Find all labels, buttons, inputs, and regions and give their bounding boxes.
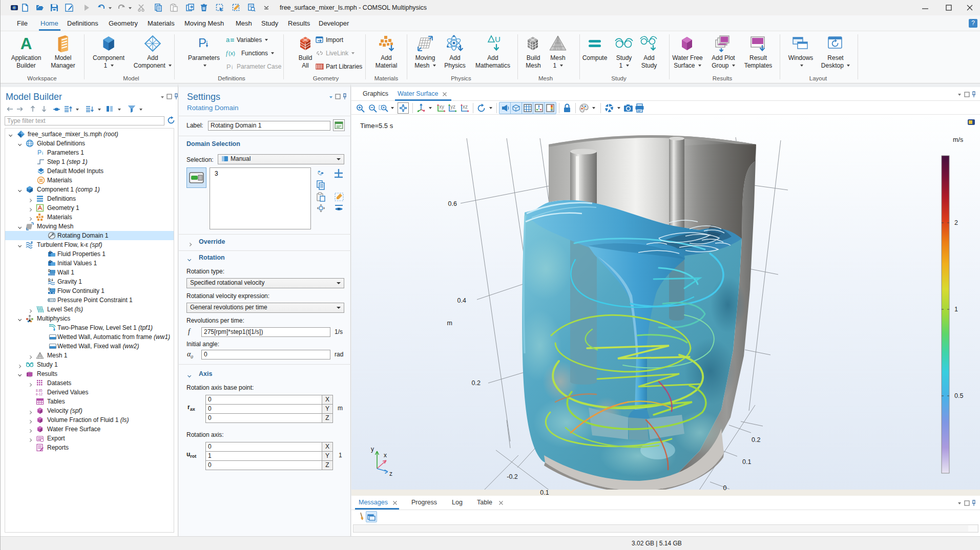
svg-text:0.5: 0.5 bbox=[954, 392, 963, 399]
svg-text:D: D bbox=[48, 269, 51, 272]
svg-text:yz: yz bbox=[450, 104, 455, 110]
svg-text:0: 0 bbox=[723, 484, 727, 492]
svg-text:xy: xy bbox=[439, 104, 444, 110]
svg-text:2: 2 bbox=[954, 219, 958, 226]
svg-text:0.6: 0.6 bbox=[448, 200, 457, 207]
svg-text:(x): (x) bbox=[228, 50, 235, 56]
svg-text:P: P bbox=[198, 36, 206, 50]
svg-text:D: D bbox=[49, 260, 52, 263]
svg-text:a: a bbox=[226, 36, 230, 44]
svg-text:8.85: 8.85 bbox=[36, 389, 43, 392]
svg-text:i: i bbox=[42, 151, 43, 156]
svg-text:e-12: e-12 bbox=[36, 392, 43, 396]
svg-text:Time=5.5 s: Time=5.5 s bbox=[360, 122, 393, 130]
svg-text:0.4: 0.4 bbox=[457, 297, 466, 304]
svg-text:D: D bbox=[48, 287, 51, 291]
svg-text:m/s: m/s bbox=[953, 136, 963, 143]
svg-text:0.2: 0.2 bbox=[752, 436, 760, 443]
svg-text:0.1: 0.1 bbox=[540, 489, 549, 496]
svg-text:D: D bbox=[48, 278, 51, 282]
svg-text:A: A bbox=[20, 34, 32, 53]
svg-text:y: y bbox=[371, 446, 374, 453]
svg-text:0.2: 0.2 bbox=[472, 379, 481, 387]
svg-text:m: m bbox=[447, 320, 452, 327]
svg-text:1: 1 bbox=[954, 306, 958, 313]
svg-text:i: i bbox=[232, 65, 233, 70]
svg-text:P: P bbox=[37, 149, 41, 156]
svg-text:i: i bbox=[206, 39, 208, 49]
svg-text:x: x bbox=[384, 452, 387, 459]
svg-text:P: P bbox=[226, 63, 231, 70]
svg-text:0.1: 0.1 bbox=[742, 458, 751, 466]
svg-text:-0.2: -0.2 bbox=[507, 473, 518, 480]
svg-text:D: D bbox=[49, 250, 52, 254]
svg-text:z: z bbox=[389, 470, 392, 477]
svg-text:U: U bbox=[495, 35, 501, 44]
svg-text:xz: xz bbox=[463, 104, 468, 110]
